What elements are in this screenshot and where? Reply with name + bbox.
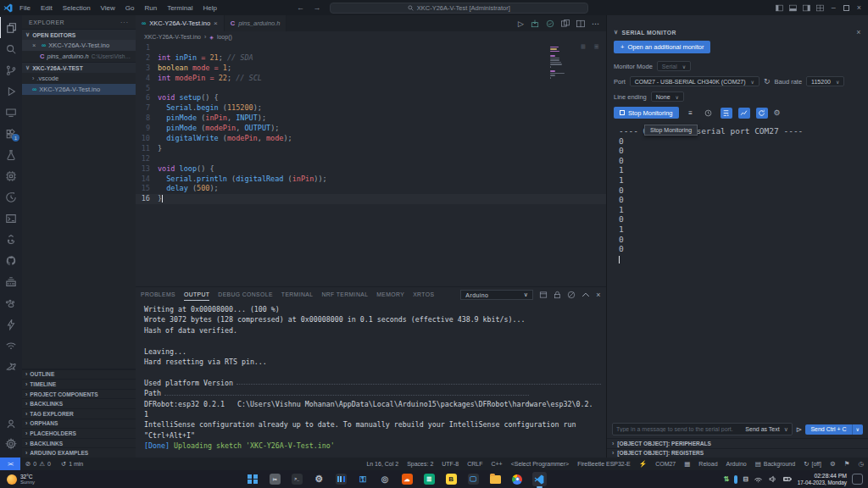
- open-changes-icon[interactable]: [561, 19, 570, 28]
- send-options-chevron-icon[interactable]: ∨: [852, 424, 863, 435]
- send-arrow-icon[interactable]: ⊳: [796, 425, 803, 434]
- taskbar-key-manager-icon[interactable]: ⚿: [356, 472, 370, 486]
- maximize-button[interactable]: [843, 5, 849, 11]
- notification-center-icon[interactable]: [852, 474, 863, 485]
- panel-tab-memory[interactable]: MEMORY: [376, 289, 404, 301]
- sidebar-section-backlinks[interactable]: ›BACKLINKS: [22, 438, 136, 448]
- status-spaces-2[interactable]: Spaces: 2: [403, 461, 437, 467]
- activity-source-control-icon[interactable]: [0, 59, 22, 80]
- close-tab-icon[interactable]: ×: [214, 19, 218, 27]
- status-com27[interactable]: COM27: [651, 461, 680, 467]
- line-ending-select[interactable]: None∨: [651, 92, 684, 102]
- sidebar-section-orphans[interactable]: ›ORPHANS: [22, 419, 136, 429]
- code-editor[interactable]: 12int inPin = 21; // SDA3boolean mode = …: [136, 42, 606, 286]
- taskbar-settings-icon[interactable]: ⚙: [312, 472, 326, 486]
- serial-section-peripherals[interactable]: ›[OBJECT OBJECT]: PERIPHERALS: [607, 438, 868, 448]
- refresh-ports-icon[interactable]: ↻: [764, 77, 771, 86]
- tray-wifi-icon[interactable]: [754, 474, 763, 484]
- history-back-forward-icons[interactable]: ← →: [297, 3, 325, 12]
- activity-platformio-icon[interactable]: [0, 165, 22, 186]
- taskbar-cloud-app-icon[interactable]: ☁: [400, 472, 415, 486]
- serial-section-registers[interactable]: ›[OBJECT OBJECT]: REGISTERS: [607, 448, 868, 458]
- menu-help[interactable]: Help: [198, 3, 220, 14]
- port-select[interactable]: COM27 - USB-SERIAL CH340K (COM27)∨: [630, 76, 760, 86]
- sidebar-section-timeline[interactable]: ›TIMELINE: [22, 379, 136, 389]
- taskbar-file-explorer-icon[interactable]: [488, 472, 503, 486]
- status-plug-icon[interactable]: ⚡: [635, 460, 651, 468]
- code-line-9[interactable]: 9 pinMode (modePin, OUTPUT);: [136, 124, 606, 134]
- toggle-sidebar-icon[interactable]: [776, 4, 783, 12]
- tray-ethernet-icon[interactable]: ⇅: [723, 476, 729, 483]
- close-panel-icon[interactable]: ×: [596, 291, 601, 299]
- baud-rate-select[interactable]: 115200∨: [806, 76, 844, 86]
- sidebar-section-tag-explorer[interactable]: ›TAG EXPLORER: [22, 408, 136, 419]
- sidebar-section-arduino-examples[interactable]: ›ARDUINO EXAMPLES: [22, 447, 136, 458]
- word-wrap-icon[interactable]: ≡: [685, 108, 697, 119]
- menu-go[interactable]: Go: [121, 3, 139, 14]
- close-editor-icon[interactable]: ×: [32, 42, 39, 49]
- status-arduino[interactable]: Arduino: [722, 461, 751, 467]
- tree-item-xkc-y26a-v-test.ino[interactable]: ∞XKC-Y26A-V-Test.ino: [22, 84, 136, 95]
- activity-remote-explorer-icon[interactable]: [0, 102, 22, 123]
- sidebar-section-outline[interactable]: ›OUTLINE: [22, 369, 136, 380]
- status-utf-8[interactable]: UTF-8: [437, 461, 463, 467]
- status-firebeetle-esp32-e[interactable]: FireBeetle ESP32-E: [573, 461, 635, 467]
- lock-scroll-icon[interactable]: [554, 291, 561, 299]
- minimize-button[interactable]: –: [832, 3, 836, 12]
- taskbar-chrome-icon[interactable]: [510, 472, 525, 486]
- activity-wireless-icon[interactable]: [0, 335, 22, 356]
- panel-tab-problems[interactable]: PROBLEMS: [141, 289, 175, 301]
- scroll-lock-icon[interactable]: [721, 108, 732, 119]
- code-line-7[interactable]: 7 Serial.begin (115200);: [136, 103, 606, 114]
- panel-tab-xrtos[interactable]: XRTOS: [413, 289, 434, 301]
- problems-status[interactable]: ⊘0 ⚠0: [20, 460, 56, 468]
- code-line-16[interactable]: 16}: [136, 194, 606, 204]
- open-additional-monitor-button[interactable]: + Open an additional monitor: [614, 41, 710, 53]
- tray-usb-icon[interactable]: ⊟: [743, 476, 748, 483]
- menu-file[interactable]: File: [15, 3, 35, 14]
- activity-bird-icon[interactable]: [0, 356, 22, 377]
- send-button[interactable]: Send Ctrl + C ∨: [805, 424, 863, 435]
- status-chip-icon[interactable]: ▦: [680, 460, 694, 468]
- code-line-8[interactable]: 8 pinMode (inPin, INPUT);: [136, 114, 606, 124]
- taskbar-notes-app-icon[interactable]: ≣: [422, 472, 437, 486]
- taskbar-clock[interactable]: 02:28:44 PM 17-04-2023, Monday: [798, 473, 847, 485]
- activity-search-icon[interactable]: [0, 38, 22, 59]
- code-line-11[interactable]: 11}: [136, 144, 606, 154]
- taskbar-b-app-icon[interactable]: B: [444, 472, 459, 486]
- panel-tab-output[interactable]: OUTPUT: [184, 289, 209, 301]
- menu-terminal[interactable]: Terminal: [163, 3, 197, 14]
- menu-selection[interactable]: Selection: [58, 3, 95, 14]
- run-button-icon[interactable]: ▷: [518, 19, 524, 28]
- status-off[interactable]: ↻[off]: [799, 460, 826, 468]
- activity-extensions-icon[interactable]: 1: [0, 123, 22, 144]
- code-line-3[interactable]: 3boolean mode = 1;: [136, 64, 606, 74]
- monitor-mode-select[interactable]: Serial∨: [657, 61, 691, 71]
- send-as-select[interactable]: Send as Text∨: [745, 426, 787, 433]
- editor-tab-pins_arduino.h[interactable]: Cpins_arduino.h: [225, 15, 287, 31]
- editor-tab-xkc-y26a-v-test.ino[interactable]: ∞XKC-Y26A-V-Test.ino×: [136, 15, 225, 31]
- activity-history-icon[interactable]: [0, 186, 22, 208]
- status-gear-icon[interactable]: ⚙: [826, 460, 840, 468]
- code-line-10[interactable]: 10 digitalWrite (modePin, mode);: [136, 134, 606, 144]
- status-background[interactable]: ▤Background: [751, 460, 799, 468]
- taskbar-performance-monitor-icon[interactable]: [334, 472, 348, 486]
- open-editors-header[interactable]: ∨OPEN EDITORS: [22, 29, 136, 40]
- code-line-1[interactable]: 1: [136, 43, 606, 53]
- code-line-5[interactable]: 5: [136, 84, 606, 94]
- output-log[interactable]: Writing at 0x00008000... (100 %)Wrote 30…: [136, 302, 606, 458]
- sidebar-section-backlinks[interactable]: ›BACKLINKS: [22, 398, 136, 408]
- status-flag-icon[interactable]: ⚑: [840, 460, 854, 468]
- activity-power-icon[interactable]: [0, 313, 22, 335]
- timestamp-icon[interactable]: [703, 108, 715, 119]
- status-ln-16-col-2[interactable]: Ln 16, Col 2: [362, 461, 403, 467]
- status-crlf[interactable]: CRLF: [463, 461, 487, 467]
- code-line-4[interactable]: 4int modePin = 22; // SCL: [136, 74, 606, 84]
- layout-toggle-icons[interactable]: [776, 4, 824, 12]
- open-editor-item[interactable]: ×∞XKC-Y26A-V-Test.ino: [22, 40, 136, 51]
- tray-volume-icon[interactable]: [768, 474, 777, 484]
- close-serial-monitor-icon[interactable]: ×: [856, 28, 861, 36]
- sidebar-section-project-components[interactable]: ›PROJECT COMPONENTS: [22, 389, 136, 399]
- activity-github-icon[interactable]: [0, 250, 22, 271]
- minimap[interactable]: [550, 44, 565, 79]
